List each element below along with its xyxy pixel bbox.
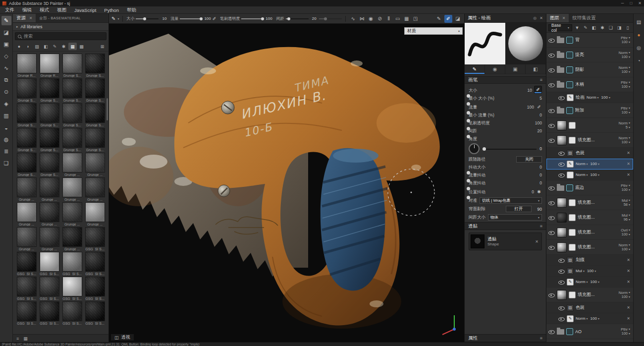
tab-brush-icon[interactable]: ✎ [465, 64, 485, 74]
layer-row[interactable]: 阴影 Norm▾ 100▾ [546, 62, 633, 77]
filter-grayscale-icon[interactable]: ▨ [33, 43, 41, 50]
visibility-toggle-icon[interactable] [558, 305, 565, 311]
close-button[interactable]: ✕ [638, 1, 642, 5]
asset-item[interactable]: Grunge ... [61, 202, 83, 226]
baking-tool[interactable]: ◍ [1, 135, 11, 144]
asset-item[interactable]: GSG_SI S... [16, 252, 37, 276]
stencil-slot[interactable]: 透贴 Shape ✕ [469, 232, 542, 250]
filter-textures-icon[interactable]: ▦ [68, 43, 77, 50]
asset-item[interactable]: GSG_SI S... [39, 301, 60, 325]
shelf-tool[interactable]: ❏ [1, 159, 11, 168]
asset-thumbnail[interactable] [17, 153, 37, 173]
asset-item[interactable]: Grunge ... [39, 227, 60, 251]
layer-row[interactable]: 提亮 Norm▾ 100▾ [546, 48, 633, 62]
property-slider[interactable]: 最小 流量 (%)0 [465, 111, 546, 118]
asset-item[interactable]: GSG_SI S... [84, 301, 106, 325]
tab-layers[interactable]: 图层 ✕ [546, 14, 569, 22]
blend-opacity-controls[interactable]: Norm▾ 100▾ [576, 173, 599, 177]
asset-item[interactable]: Grunge ... [84, 202, 106, 226]
layer-row[interactable]: ✎ Norm▾ 100▾ ✕ [546, 277, 633, 288]
slider-track[interactable] [180, 17, 203, 21]
menu-item[interactable]: 帮助 [123, 7, 140, 13]
visibility-toggle-icon[interactable] [558, 161, 565, 167]
remove-effect-icon[interactable]: ✕ [626, 258, 631, 262]
asset-item[interactable]: Grunge S... [39, 78, 60, 102]
asset-thumbnail[interactable] [85, 277, 105, 296]
close-panel-icon[interactable]: ✕ [539, 16, 543, 20]
asset-item[interactable]: Grunge S... [61, 78, 83, 102]
asset-thumbnail[interactable] [40, 177, 59, 197]
asset-thumbnail[interactable] [85, 227, 105, 247]
toolbar-slider[interactable]: 笔刷透明度 100 [220, 16, 272, 21]
library-selector[interactable]: ▸ All libraries [13, 23, 108, 31]
asset-item[interactable]: Grunge ... [39, 177, 60, 201]
asset-item[interactable]: Grunge S... [16, 153, 37, 176]
asset-item[interactable]: Grunge ... [16, 227, 37, 251]
visibility-toggle-icon[interactable] [558, 95, 565, 101]
tab-texture-set-settings[interactable]: 纹理集设置 [569, 14, 599, 22]
grid-view-icon[interactable]: ⊞ [98, 43, 107, 50]
asset-thumbnail[interactable] [85, 153, 105, 173]
blend-opacity-stacked[interactable]: Norm▾ 100▾ [619, 51, 631, 59]
slider-knob[interactable] [467, 119, 470, 122]
asset-item[interactable]: Grunge ... [84, 153, 106, 176]
filter-alpha-icon[interactable]: ◗ [24, 43, 32, 50]
section-options-icon[interactable]: ≡ [540, 224, 542, 229]
asset-item[interactable]: Grunge S... [84, 78, 106, 102]
asset-thumbnail[interactable] [40, 153, 59, 173]
projection-tool[interactable]: ▣ [1, 40, 11, 49]
asset-thumbnail[interactable] [62, 103, 82, 123]
property-slider[interactable]: 抖动大小0 [465, 163, 546, 171]
slider-knob[interactable] [261, 17, 264, 20]
pressure-pen-icon[interactable]: ✐ [213, 16, 216, 21]
spacing-size-select[interactable]: 物体 ▾ [488, 214, 542, 221]
visibility-toggle-icon[interactable] [548, 37, 555, 43]
history-icon[interactable]: ◔ [635, 57, 643, 64]
lazy-mouse-icon[interactable]: ∿ [349, 15, 357, 23]
slider-knob[interactable] [467, 127, 470, 130]
slider-knob[interactable] [467, 102, 470, 106]
slider-knob[interactable] [467, 111, 470, 115]
menu-item[interactable]: 编辑 [18, 7, 36, 13]
asset-item[interactable]: Grunge S... [84, 128, 106, 152]
asset-thumbnail[interactable] [17, 128, 37, 148]
asset-item[interactable]: Grunge S... [61, 54, 83, 77]
blend-opacity-stacked[interactable]: Pthr▾ 100▾ [621, 107, 631, 115]
layer-row[interactable]: 填充图... Mul▾ 58▾ [546, 195, 633, 210]
visibility-toggle-icon[interactable] [548, 52, 555, 58]
layer-row[interactable]: ▨ 色斑 ✕ [546, 302, 633, 313]
visibility-toggle-icon[interactable] [548, 215, 555, 221]
asset-thumbnail[interactable] [40, 78, 59, 98]
blend-opacity-stacked[interactable]: Ovrl▾ 100▾ [621, 229, 631, 236]
menu-item[interactable]: JavaScript [70, 7, 100, 13]
angle-slider[interactable] [483, 147, 537, 151]
asset-item[interactable]: Grunge S... [39, 128, 60, 152]
clone-tool[interactable]: ⧉ [1, 75, 11, 85]
polygon-select-icon[interactable]: ▦ [403, 15, 411, 23]
asset-item[interactable]: GSG_SI S... [61, 301, 83, 325]
layer-row[interactable]: 填充图... Norm▾ 100▾ [546, 240, 633, 255]
blend-opacity-stacked[interactable]: Pthr▾ 100▾ [621, 328, 631, 336]
menu-item[interactable]: 文件 [1, 7, 18, 13]
property-slider[interactable]: 位置抖动0 ✱ [465, 186, 546, 195]
asset-thumbnail[interactable] [17, 78, 37, 98]
slider-knob[interactable] [467, 187, 470, 190]
asset-thumbnail[interactable] [17, 54, 37, 73]
asset-thumbnail[interactable] [62, 301, 82, 321]
asset-item[interactable]: Grunge ... [61, 177, 83, 201]
angle-dial[interactable] [469, 143, 480, 154]
asset-thumbnail[interactable] [85, 103, 105, 123]
filter-material-icon[interactable]: ◧ [42, 43, 50, 50]
quick-mask-tool[interactable]: ▥ [1, 111, 11, 120]
asset-item[interactable]: Grunge S... [39, 153, 60, 176]
asset-thumbnail[interactable] [40, 128, 59, 148]
display-settings-icon[interactable]: ▤ [635, 18, 643, 26]
remove-effect-icon[interactable]: ✕ [626, 305, 631, 310]
slider-track[interactable] [241, 17, 264, 21]
blend-opacity-stacked[interactable]: Mul▾ 58▾ [622, 199, 631, 207]
pause-engine-icon[interactable]: Ⅱ [385, 15, 393, 23]
brush-mode-icon[interactable]: ✐ [444, 15, 452, 23]
asset-thumbnail[interactable] [62, 153, 82, 173]
asset-item[interactable]: GSG_SI S... [61, 252, 83, 276]
menu-item[interactable]: 视图 [53, 7, 70, 13]
